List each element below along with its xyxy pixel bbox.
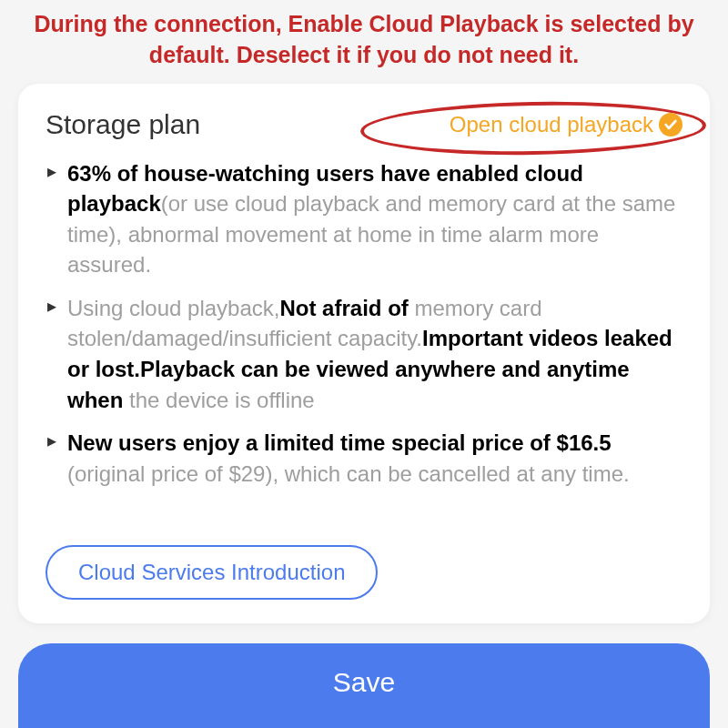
save-button[interactable]: Save xyxy=(18,643,710,728)
list-item-bold: Not afraid of xyxy=(279,296,408,320)
list-item-text: the device is offline xyxy=(123,388,314,412)
list-item: New users enjoy a limited time special p… xyxy=(46,428,682,489)
cloud-services-intro-button[interactable]: Cloud Services Introduction xyxy=(46,545,378,600)
list-item: Using cloud playback,Not afraid of memor… xyxy=(46,293,682,415)
checkmark-icon xyxy=(659,113,682,136)
feature-list: 63% of house-watching users have enabled… xyxy=(46,158,682,490)
list-item-text: Using cloud playback, xyxy=(67,296,279,320)
list-item-bold: New users enjoy a limited time special p… xyxy=(67,430,612,455)
instruction-annotation: During the connection, Enable Cloud Play… xyxy=(0,0,728,84)
card-header: Storage plan Open cloud playback xyxy=(46,109,682,140)
open-cloud-playback-toggle[interactable]: Open cloud playback xyxy=(450,112,682,137)
list-item-text: (original price of $29), which can be ca… xyxy=(67,461,630,486)
list-item: 63% of house-watching users have enabled… xyxy=(46,158,682,280)
toggle-label: Open cloud playback xyxy=(450,112,653,137)
storage-plan-card: Storage plan Open cloud playback 63% of … xyxy=(18,84,710,624)
card-title: Storage plan xyxy=(46,109,200,140)
